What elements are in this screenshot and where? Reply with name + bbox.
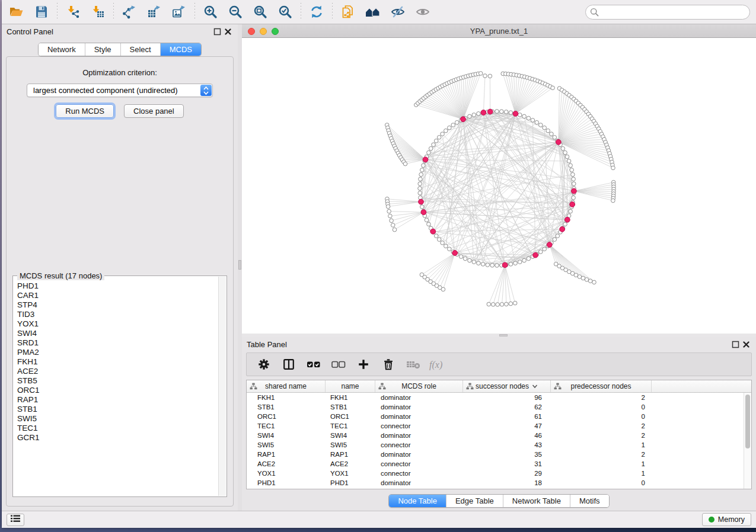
unselect-all-columns-button[interactable] [327, 355, 350, 374]
zoom-window-icon[interactable] [272, 28, 279, 35]
mcds-result-item[interactable]: YOX1 [14, 319, 218, 329]
close-table-panel-icon[interactable] [741, 339, 751, 349]
toolbar-separator [301, 3, 301, 21]
optimization-criterion-value: largest connected component (undirected) [33, 86, 178, 95]
cell-predecessor-nodes: 2 [551, 422, 652, 430]
toolbar-group [198, 2, 298, 22]
tab-motifs[interactable]: Motifs [570, 495, 609, 507]
close-window-icon[interactable] [248, 28, 255, 35]
mcds-result-item[interactable]: GCR1 [14, 433, 218, 443]
delete-columns-button[interactable] [377, 355, 400, 374]
table-row[interactable]: FKH1FKH1dominator962 [247, 393, 744, 402]
column-header-MCDS-role[interactable]: MCDS role [375, 380, 463, 392]
tab-network[interactable]: Network [39, 43, 85, 56]
cell-successor-nodes: 29 [463, 470, 551, 477]
refresh-button[interactable] [304, 2, 329, 22]
zoom-fit-button[interactable] [248, 2, 273, 22]
network-view-titlebar[interactable]: YPA_prune.txt_1 [242, 24, 756, 38]
task-history-button[interactable] [7, 514, 24, 526]
function-builder-button[interactable]: f(x) [427, 355, 449, 374]
open-file-button[interactable] [4, 2, 29, 22]
mcds-result-item[interactable]: CAR1 [14, 291, 218, 300]
cell-predecessor-nodes: 2 [551, 451, 652, 458]
export-image-button[interactable] [167, 2, 192, 22]
table-row[interactable]: ACE2ACE2connector311 [247, 459, 744, 469]
search-icon [590, 8, 599, 19]
import-network-button[interactable] [60, 2, 85, 22]
tree-icon [250, 383, 257, 390]
minimize-window-icon[interactable] [260, 28, 267, 35]
float-table-panel-icon[interactable] [730, 339, 741, 349]
tab-edge-table[interactable]: Edge Table [446, 495, 503, 507]
vertical-splitter[interactable] [238, 24, 242, 511]
table-scrollbar[interactable] [744, 393, 751, 489]
close-panel-icon[interactable] [222, 27, 233, 36]
table-row[interactable]: RAP1RAP1dominator352 [247, 450, 744, 459]
table-row[interactable]: PHD1PHD1dominator180 [247, 478, 744, 488]
table-row[interactable]: TEC1TEC1connector472 [247, 421, 744, 431]
hide-selected-icon [390, 5, 406, 19]
table-row[interactable]: YOX1YOX1connector291 [247, 469, 744, 478]
close-panel-button[interactable]: Close panel [124, 104, 184, 118]
table-panel: Table Panel f(x) shared namenameMCDS rol… [242, 337, 756, 511]
mcds-list-scrollbar[interactable] [218, 277, 226, 496]
mcds-result-item[interactable]: SWI5 [14, 414, 218, 424]
tab-select[interactable]: Select [120, 43, 160, 56]
export-table-button[interactable] [142, 2, 167, 22]
mcds-result-item[interactable]: STB5 [14, 376, 218, 386]
mcds-result-item[interactable]: PMA2 [14, 348, 218, 357]
mcds-result-item[interactable]: FKH1 [14, 357, 218, 367]
houses-button[interactable] [361, 2, 385, 22]
zoom-selected-button[interactable] [273, 2, 298, 22]
mcds-result-item[interactable]: ACE2 [14, 367, 218, 376]
clone-network-button[interactable] [336, 2, 361, 22]
split-panel-button[interactable] [277, 355, 300, 374]
column-header-name[interactable]: name [326, 380, 375, 392]
mcds-result-item[interactable]: TEC1 [14, 424, 218, 433]
select-all-columns-button[interactable] [302, 355, 325, 374]
delete-columns-icon [382, 358, 395, 371]
mcds-result-item[interactable]: SWI4 [14, 329, 218, 338]
save-button[interactable] [29, 2, 54, 22]
run-mcds-button[interactable]: Run MCDS [56, 104, 114, 118]
vertical-splitter-handle[interactable] [238, 260, 241, 270]
horizontal-splitter-handle[interactable] [499, 334, 508, 336]
add-column-button[interactable] [352, 355, 375, 374]
mcds-result-item[interactable]: TID3 [14, 310, 218, 319]
tab-mcds[interactable]: MCDS [160, 43, 201, 56]
mcds-result-list[interactable]: PHD1CAR1STP4TID3YOX1SWI4SRD1PMA2FKH1ACE2… [14, 281, 218, 495]
control-panel-titlebar: Control Panel [2, 24, 238, 39]
mcds-result-item[interactable]: RAP1 [14, 395, 218, 405]
delete-table-button[interactable] [402, 355, 425, 374]
tab-style[interactable]: Style [85, 43, 120, 56]
mcds-result-item[interactable]: STB1 [14, 405, 218, 414]
table-row[interactable]: SWI4SWI4dominator462 [247, 431, 744, 440]
tab-network-table[interactable]: Network Table [503, 495, 570, 507]
tab-node-table[interactable]: Node Table [389, 495, 446, 507]
zoom-in-button[interactable] [198, 2, 223, 22]
column-header-predecessor-nodes[interactable]: predecessor nodes [551, 380, 652, 392]
hide-selected-button[interactable] [385, 2, 410, 22]
import-table-button[interactable] [85, 2, 110, 22]
search-input[interactable] [585, 5, 750, 20]
table-row[interactable]: SWI5SWI5connector431 [247, 440, 744, 450]
table-row[interactable]: STB1STB1dominator620 [247, 402, 744, 412]
column-header-successor-nodes[interactable]: successor nodes [463, 380, 551, 392]
zoom-out-button[interactable] [223, 2, 248, 22]
table-scrollbar-thumb[interactable] [745, 395, 750, 448]
network-canvas[interactable] [242, 38, 756, 334]
mcds-result-item[interactable]: SRD1 [14, 338, 218, 348]
mcds-result-item[interactable]: STP4 [14, 300, 218, 310]
mcds-result-item[interactable]: ORC1 [14, 386, 218, 395]
show-all-button[interactable] [410, 2, 435, 22]
control-panel-tabbar: NetworkStyleSelectMCDS [2, 43, 238, 56]
column-header-shared-name[interactable]: shared name [247, 380, 326, 392]
export-network-button[interactable] [117, 2, 142, 22]
optimization-criterion-select[interactable]: largest connected component (undirected) [27, 84, 213, 97]
settings-gear-button[interactable] [253, 355, 275, 374]
table-row[interactable]: ORC1ORC1dominator610 [247, 412, 744, 421]
status-bar: Memory [2, 511, 756, 528]
memory-button[interactable]: Memory [702, 513, 751, 526]
float-panel-icon[interactable] [212, 27, 222, 36]
mcds-result-item[interactable]: PHD1 [14, 281, 218, 291]
